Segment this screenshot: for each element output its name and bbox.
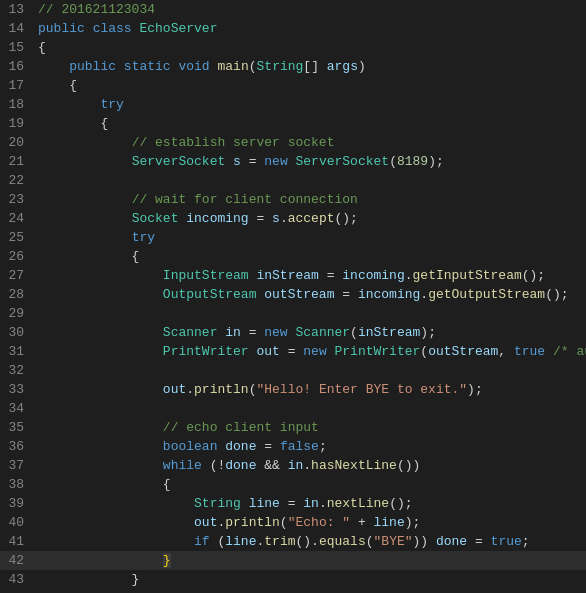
- token-plain: [38, 230, 132, 245]
- token-plain: (!: [202, 458, 225, 473]
- code-line: 28 OutputStream outStream = incoming.get…: [0, 285, 586, 304]
- code-line: 24 Socket incoming = s.accept();: [0, 209, 586, 228]
- token-plain: ;: [522, 534, 530, 549]
- code-line: 20 // establish server socket: [0, 133, 586, 152]
- token-plain: ;: [319, 439, 327, 454]
- token-comment: // echo client input: [163, 420, 319, 435]
- token-method: nextLine: [327, 496, 389, 511]
- token-str: "Echo: ": [288, 515, 350, 530]
- token-plain: }: [38, 572, 139, 587]
- token-plain: .: [186, 382, 194, 397]
- token-var: incoming: [186, 211, 248, 226]
- token-plain: [38, 154, 132, 169]
- line-number: 14: [0, 19, 38, 38]
- token-var: inStream: [358, 325, 420, 340]
- token-method: main: [218, 59, 249, 74]
- line-number: 17: [0, 76, 38, 95]
- code-line: 23 // wait for client connection: [0, 190, 586, 209]
- code-line: 36 boolean done = false;: [0, 437, 586, 456]
- code-line: 14public class EchoServer: [0, 19, 586, 38]
- token-var: in: [288, 458, 304, 473]
- token-var: in: [303, 496, 319, 511]
- token-bracket-highlight: }: [163, 553, 171, 568]
- line-number: 37: [0, 456, 38, 475]
- token-plain: ();: [545, 287, 568, 302]
- token-plain: =: [280, 496, 303, 511]
- code-line: 17 {: [0, 76, 586, 95]
- token-plain: [38, 135, 132, 150]
- token-type: EchoServer: [139, 21, 217, 36]
- line-content: OutputStream outStream = incoming.getOut…: [38, 285, 586, 304]
- token-var: s: [233, 154, 241, 169]
- line-content: }: [38, 570, 586, 589]
- token-plain: =: [319, 268, 342, 283]
- code-line: 33 out.println("Hello! Enter BYE to exit…: [0, 380, 586, 399]
- token-plain: [38, 382, 163, 397]
- token-plain: );: [467, 382, 483, 397]
- token-plain: )): [413, 534, 436, 549]
- token-comment: // 201621123034: [38, 2, 155, 17]
- line-content: // establish server socket: [38, 133, 586, 152]
- line-content: [38, 304, 586, 323]
- token-var: s: [272, 211, 280, 226]
- token-plain: (: [389, 154, 397, 169]
- token-str: "Hello! Enter BYE to exit.": [256, 382, 467, 397]
- line-content: [38, 399, 586, 418]
- token-plain: [38, 97, 100, 112]
- code-line: 22: [0, 171, 586, 190]
- line-number: 20: [0, 133, 38, 152]
- token-plain: (: [249, 59, 257, 74]
- line-content: // wait for client connection: [38, 190, 586, 209]
- line-content: // echo client input: [38, 418, 586, 437]
- line-content: Scanner in = new Scanner(inStream);: [38, 323, 586, 342]
- line-number: 18: [0, 95, 38, 114]
- token-plain: [38, 458, 163, 473]
- token-plain: (: [280, 515, 288, 530]
- token-plain: [38, 515, 194, 530]
- token-kw: public: [69, 59, 116, 74]
- token-plain: {: [38, 40, 46, 55]
- token-method: hasNextLine: [311, 458, 397, 473]
- code-line: 32: [0, 361, 586, 380]
- code-line: 16 public static void main(String[] args…: [0, 57, 586, 76]
- token-type: ServerSocket: [132, 154, 226, 169]
- token-comment: /* autoFlush */: [553, 344, 586, 359]
- line-number: 33: [0, 380, 38, 399]
- code-line: 39 String line = in.nextLine();: [0, 494, 586, 513]
- code-line: 26 {: [0, 247, 586, 266]
- token-plain: [38, 211, 132, 226]
- token-kw: static: [124, 59, 171, 74]
- token-comment: // establish server socket: [132, 135, 335, 150]
- token-type: Socket: [132, 211, 179, 226]
- code-line: 18 try: [0, 95, 586, 114]
- line-number: 25: [0, 228, 38, 247]
- token-plain: {: [38, 116, 108, 131]
- token-plain: .: [420, 287, 428, 302]
- line-content: // 201621123034: [38, 0, 586, 19]
- code-line: 37 while (!done && in.hasNextLine()): [0, 456, 586, 475]
- token-plain: [38, 496, 194, 511]
- token-var: done: [225, 458, 256, 473]
- token-var: incoming: [342, 268, 404, 283]
- token-kw: true: [514, 344, 545, 359]
- line-content: out.println("Echo: " + line);: [38, 513, 586, 532]
- token-kw: false: [280, 439, 319, 454]
- code-editor: 13// 20162112303414public class EchoServ…: [0, 0, 586, 593]
- token-plain: ,: [498, 344, 514, 359]
- token-plain: []: [303, 59, 326, 74]
- token-plain: (: [366, 534, 374, 549]
- line-number: 21: [0, 152, 38, 171]
- line-content: PrintWriter out = new PrintWriter(outStr…: [38, 342, 586, 361]
- token-kw: boolean: [163, 439, 218, 454]
- code-line: 38 {: [0, 475, 586, 494]
- token-plain: [288, 154, 296, 169]
- token-plain: =: [249, 211, 272, 226]
- token-plain: [38, 553, 163, 568]
- token-plain: [116, 59, 124, 74]
- line-content: {: [38, 247, 586, 266]
- token-comment: // wait for client connection: [132, 192, 358, 207]
- token-plain: {: [38, 477, 171, 492]
- line-number: 26: [0, 247, 38, 266]
- token-kw: if: [194, 534, 210, 549]
- line-content: finally: [38, 589, 586, 593]
